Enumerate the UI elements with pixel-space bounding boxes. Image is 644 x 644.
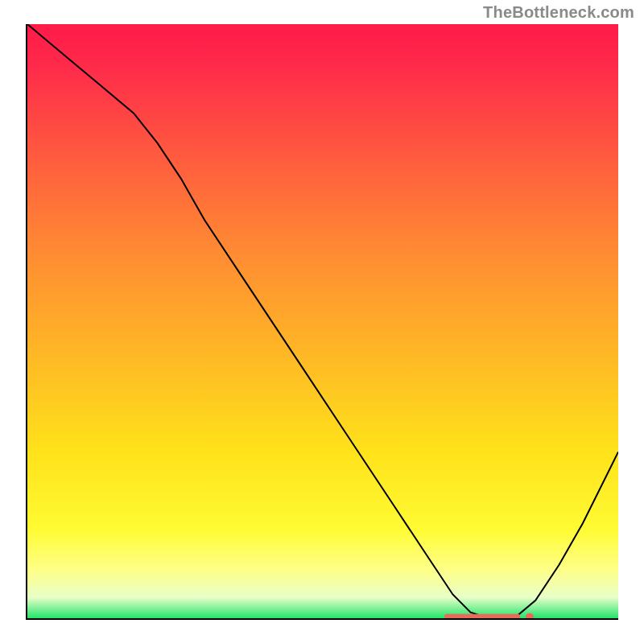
chart-plot-area — [27, 24, 618, 618]
attribution-label: TheBottleneck.com — [483, 3, 634, 22]
chart-svg — [27, 24, 618, 618]
chart-background — [27, 24, 618, 618]
